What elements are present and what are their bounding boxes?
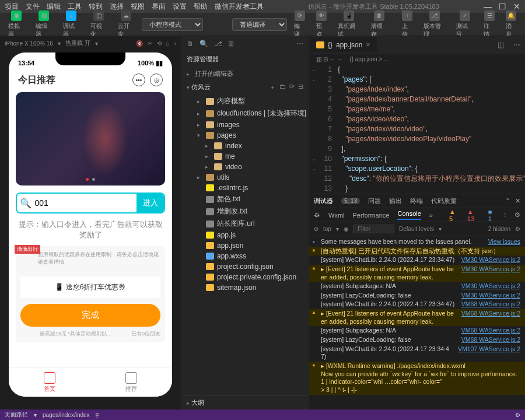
details-button[interactable]: ☰详情 [480, 9, 498, 40]
ext-icon[interactable]: ⊞ [228, 40, 234, 48]
project-root[interactable]: ▾ 仿风云 ＋ 🗀 ⟳ ⊟ [181, 80, 309, 94]
mute-icon[interactable]: 🔇 [136, 40, 143, 47]
dt-tab-problems[interactable]: 问题 [368, 197, 381, 205]
version-button[interactable]: ⎇版本管理 [420, 9, 450, 40]
console-output[interactable]: Some messages have been moved to the Iss… [309, 236, 525, 410]
tree-item[interactable]: sitemap.json [181, 282, 309, 293]
branch-icon[interactable]: ⎇ [214, 40, 222, 48]
tree-item[interactable]: app.js [181, 230, 309, 240]
breadcrumb[interactable]: ▥ ⊟ ← → {} app.json > ... [309, 54, 525, 65]
simulator-button[interactable]: ▣模拟器 [5, 9, 29, 40]
banner-image[interactable] [16, 92, 165, 186]
refresh-icon[interactable]: ⟳ [289, 83, 295, 92]
hidden-count[interactable]: 2 hidden [488, 226, 510, 232]
log-source-link[interactable]: VM68 WAService.js:2 [457, 327, 520, 335]
clear-cache-button[interactable]: 🗑清缓存 [368, 9, 391, 40]
dt-tab-debugger[interactable]: 调试器 [314, 197, 333, 205]
levels-select[interactable]: Default levels [399, 226, 434, 232]
tree-item[interactable]: project.config.json [181, 261, 309, 272]
compile-select[interactable]: 普通编译 [232, 18, 287, 31]
tree-item[interactable]: ▸images [181, 120, 309, 130]
outline-section[interactable]: ▸ 大纲 [181, 396, 309, 410]
close-tab-icon[interactable]: × [366, 41, 370, 49]
menu-item[interactable]: 界面 [152, 2, 166, 12]
tree-item[interactable]: 颜色.txt [181, 193, 309, 205]
split-icon[interactable]: ◫ [493, 41, 509, 49]
editor-button[interactable]: ▤编辑器 [32, 9, 56, 40]
info-count[interactable]: ■ 1 [488, 208, 496, 222]
err-count[interactable]: ▲ 13 [467, 208, 480, 222]
log-source-link[interactable]: VM68 WAService.js:2 [457, 336, 520, 344]
menu-item[interactable]: 微信开发者工具 [215, 2, 264, 12]
tree-item[interactable]: ▸utils [181, 172, 309, 183]
gear-icon[interactable]: ⚙ [514, 211, 520, 219]
dt-sub-performance[interactable]: Performance [353, 212, 390, 219]
dt-sub-console[interactable]: Console [397, 210, 421, 220]
warn-count[interactable]: ▲ 5 [449, 208, 459, 222]
done-button[interactable]: 完成 [20, 304, 160, 327]
filter-input[interactable] [354, 225, 394, 233]
messages-button[interactable]: 🔔消息 [502, 9, 520, 40]
settings-icon[interactable]: ⚙ [515, 412, 520, 418]
more-icon[interactable]: ⋯ [296, 40, 303, 48]
collapse-icon[interactable]: ⊟ [298, 83, 303, 92]
tree-item[interactable]: ▸me [181, 151, 309, 162]
enter-button[interactable]: 进入 [136, 194, 164, 212]
compile-button[interactable]: ⟳编译 [290, 9, 309, 40]
more-icon[interactable]: › [174, 40, 176, 47]
page-path-value[interactable]: pages/index/index [43, 412, 90, 418]
tab-home[interactable]: 首页 [9, 368, 90, 397]
dt-more-tabs[interactable]: » [429, 212, 433, 219]
cloud-button[interactable]: ☁云开发 [114, 9, 138, 40]
tree-item[interactable]: 增删改.txt [181, 205, 309, 218]
test-button[interactable]: ✓测试号 [453, 9, 477, 40]
new-folder-icon[interactable]: 🗀 [279, 83, 286, 92]
rotate-icon[interactable]: ⟲ [157, 40, 162, 47]
debugger-button[interactable]: ⟁调试器 [60, 9, 83, 40]
dt-sub-wxml[interactable]: Wxml [328, 212, 345, 219]
menu-item[interactable]: 设置 [173, 2, 187, 12]
page-path-label[interactable]: 页面路径 [5, 411, 28, 419]
open-editors[interactable]: ▸打开的编辑器 [181, 67, 309, 80]
log-source-link[interactable]: VM68 WAService.js:2 [457, 310, 520, 326]
log-source-link[interactable]: VM30 WAService.js:2 [457, 292, 520, 300]
tree-item[interactable]: ▸video [181, 162, 309, 172]
cut-icon[interactable]: ✂ [148, 40, 152, 47]
editor-tab[interactable]: {} app.json × [309, 37, 377, 52]
tab-recommend[interactable]: 推荐 [90, 368, 172, 397]
dt-up-icon[interactable]: ⌃ [505, 197, 510, 205]
search-icon[interactable]: 🔍 [200, 40, 208, 48]
tree-item[interactable]: ▸内容模型 [181, 95, 309, 107]
remote-debug-button[interactable]: 📱真机调试 [334, 9, 364, 40]
preview-button[interactable]: 👁预览 [313, 9, 331, 40]
menu-item[interactable]: 帮助 [194, 2, 208, 12]
log-source-link[interactable]: VM30 WAService.js:2 [457, 256, 520, 264]
tree-item[interactable]: 站长图库.url [181, 218, 309, 230]
tree-item[interactable]: ▸cloudfunctions | [未选择环境] [181, 107, 309, 120]
dt-tab-output[interactable]: 输出 [389, 197, 402, 205]
log-source-link[interactable]: VM107 WAService.js:2 [453, 345, 520, 361]
tree-item[interactable]: .eslintrc.js [181, 183, 309, 193]
capsule-close-icon[interactable]: ◎ [150, 74, 163, 86]
tree-item[interactable]: project.private.config.json [181, 272, 309, 282]
log-source-link[interactable]: View issues [484, 238, 520, 246]
more-icon[interactable]: ⋯ [509, 41, 525, 49]
context-select[interactable]: top [323, 226, 331, 232]
log-source-link[interactable]: VM30 WAService.js:2 [457, 282, 520, 290]
mode-select[interactable]: 小程序模式 [142, 18, 203, 31]
new-file-icon[interactable]: ＋ [270, 83, 276, 92]
log-source-link[interactable]: VM68 WAService.js:2 [457, 300, 520, 309]
device-select[interactable]: iPhone X 100% 16 [5, 40, 53, 47]
capsule-menu-icon[interactable]: ••• [132, 74, 145, 86]
hot-reload[interactable]: 热重载 开 [65, 39, 90, 47]
code-input[interactable] [34, 194, 136, 212]
tree-item[interactable]: ▸index [181, 141, 309, 151]
tree-item[interactable]: ▾pages [181, 130, 309, 141]
dt-close-icon[interactable]: ✕ [515, 197, 520, 205]
files-icon[interactable]: 🗎 [187, 40, 194, 48]
gear-icon[interactable]: ⚙ [515, 226, 520, 232]
tree-item[interactable]: app.json [181, 240, 309, 251]
home-icon[interactable]: ⌂ [166, 40, 170, 47]
dt-tab-terminal[interactable]: 终端 [410, 197, 423, 205]
copy-icon[interactable]: ⎘ [96, 412, 99, 418]
